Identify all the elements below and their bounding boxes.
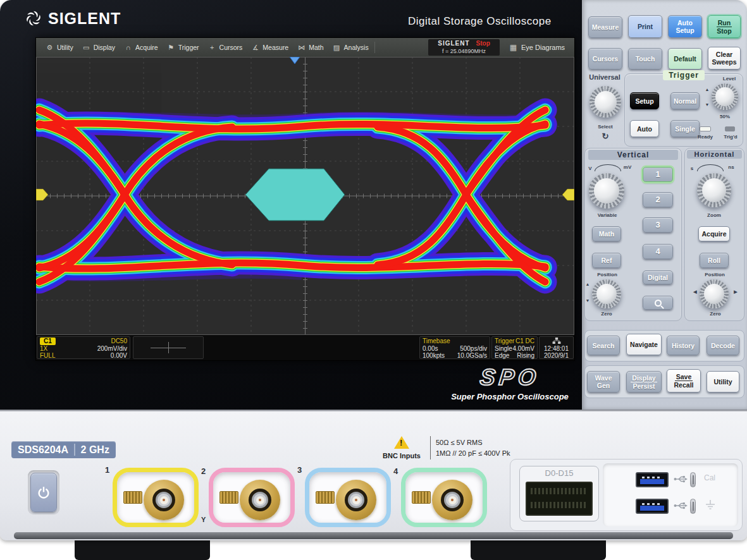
save-recall-button[interactable]: Save Recall xyxy=(667,369,701,393)
channel-1-number: 1 xyxy=(105,465,109,475)
search-button[interactable]: Search xyxy=(587,336,620,355)
roll-button[interactable]: Roll xyxy=(700,253,729,268)
zoom-search-button[interactable] xyxy=(643,296,673,310)
oscilloscope-device: SIGLENT Digital Storage Oscilloscope ⚙Ut… xyxy=(0,0,747,560)
timebase-delay: 0.00s xyxy=(423,345,438,353)
channel-coupling: DC50 xyxy=(111,338,127,345)
trigger-setup-button[interactable]: Setup xyxy=(630,92,659,109)
spo-tagline: Super Phosphor Oscilloscope xyxy=(443,392,577,401)
digital-button[interactable]: Digital xyxy=(643,271,673,284)
eye-mask-hexagon[interactable] xyxy=(245,169,345,221)
acquisition-status-box[interactable]: SIGLENT Stop f = 25.04890MHz xyxy=(428,39,500,56)
menu-item-utility[interactable]: ⚙Utility xyxy=(41,38,78,57)
timebase-memory: 100kpts xyxy=(423,352,445,360)
channel-4-bnc xyxy=(401,468,487,527)
bnc-contact-comb xyxy=(316,491,335,504)
trigd-label: Trig'd xyxy=(721,134,740,140)
clear-sweeps-button[interactable]: Clear Sweeps xyxy=(708,47,741,70)
clock-date: 2020/9/1 xyxy=(542,352,571,359)
control-panel: Measure Print Auto Setup Run Stop Cursor… xyxy=(582,0,747,410)
timebase-title: Timebase xyxy=(423,338,450,345)
level-label: Level xyxy=(719,76,740,82)
trigger-position-marker[interactable] xyxy=(290,57,300,64)
variable-label: Variable xyxy=(591,212,624,218)
save-label: Save xyxy=(675,373,693,381)
menu-item-cursors[interactable]: +Cursors xyxy=(204,38,247,57)
trigger-type: Edge xyxy=(495,352,509,360)
channel-1-bnc xyxy=(113,468,199,527)
trigger-status-box[interactable]: Trigger C1 DC Single 4.00mV Edge Rising xyxy=(491,336,538,359)
cursors-button[interactable]: Cursors xyxy=(588,48,622,70)
menu-item-trigger[interactable]: ⚑Trigger xyxy=(163,38,204,57)
channel-4-button[interactable]: 4 xyxy=(643,244,673,259)
vertical-scale-knob[interactable] xyxy=(589,173,624,209)
trigger-level-knob[interactable] xyxy=(712,83,738,110)
clock-time: 12:48:01 xyxy=(542,345,571,352)
eye-diagram-icon: ▦ xyxy=(509,43,517,52)
screen-bezel: SIGLENT Digital Storage Oscilloscope ⚙Ut… xyxy=(0,0,583,410)
vertical-position-knob[interactable] xyxy=(592,279,621,308)
menu-item-eye-diagrams[interactable]: ▦ Eye Diagrams xyxy=(509,38,565,57)
math-button[interactable]: Math xyxy=(592,226,621,241)
decode-button[interactable]: Decode xyxy=(707,336,739,355)
display-label: Display xyxy=(631,374,657,382)
display-persist-button[interactable]: Display Persist xyxy=(626,371,662,393)
menu-item-math[interactable]: ⋈Math xyxy=(293,38,328,57)
lcd-screen: ⚙Utility ▭Display ∩Acquire ⚑Trigger +Cur… xyxy=(36,38,574,360)
default-button[interactable]: Default xyxy=(668,48,702,70)
utility-button[interactable]: Utility xyxy=(707,371,739,393)
print-button[interactable]: Print xyxy=(628,15,662,38)
run-state-label: Stop xyxy=(476,40,490,47)
timebase-scale: 500ps/div xyxy=(460,345,487,353)
screw xyxy=(690,499,696,514)
auto-setup-button[interactable]: Auto Setup xyxy=(668,15,702,38)
usb-area: Cal xyxy=(603,463,738,527)
menu-item-display[interactable]: ▭Display xyxy=(78,38,120,57)
trigger-level-marker[interactable] xyxy=(562,189,574,200)
bnc-contact-comb xyxy=(412,491,431,504)
trigger-slope: Rising xyxy=(517,352,534,360)
trigger-normal-button[interactable]: Normal xyxy=(670,92,700,109)
menu-item-acquire[interactable]: ∩Acquire xyxy=(120,38,163,57)
channel1-status-box[interactable]: C1 DC50 1X 200mV/div FULL 0.00V xyxy=(37,336,130,359)
bnc-connector xyxy=(240,480,280,520)
menu-item-analysis[interactable]: ▨Analysis xyxy=(328,38,373,57)
clock-box[interactable]: 12:48:01 2020/9/1 xyxy=(539,336,574,359)
empty-trace-box[interactable] xyxy=(133,336,204,359)
power-button[interactable] xyxy=(30,473,57,512)
position-right-arrow: ▶ xyxy=(732,289,739,295)
horizontal-position-knob[interactable] xyxy=(700,279,729,308)
position-left-arrow: ◀ xyxy=(692,289,698,295)
product-title: Digital Storage Oscilloscope xyxy=(408,15,552,28)
timebase-status-box[interactable]: Timebase 0.00s 500ps/div 100kpts 10.0GSa… xyxy=(419,336,490,359)
trigger-auto-button[interactable]: Auto xyxy=(630,120,659,137)
menu-label: Eye Diagrams xyxy=(521,44,565,51)
model-number: SDS6204A xyxy=(18,444,68,456)
front-panel: SDS6204A 2 GHz BNC Inputs xyxy=(0,410,747,540)
navigate-button[interactable]: Navigate xyxy=(626,334,662,355)
spo-logo: SPO Super Phosphor Oscilloscope xyxy=(443,364,577,401)
channel-1-button[interactable]: 1 xyxy=(643,167,673,182)
seconds-label: s xyxy=(688,166,696,171)
level-down-arrow: ▼ xyxy=(704,102,710,107)
horizontal-scale-knob[interactable] xyxy=(697,173,731,207)
menu-label: Trigger xyxy=(178,44,199,51)
channel-scale: 200mV/div xyxy=(97,345,127,353)
channel-2-button[interactable]: 2 xyxy=(643,192,673,207)
channel-3-button[interactable]: 3 xyxy=(643,217,673,233)
warning-divider xyxy=(430,436,431,460)
history-button[interactable]: History xyxy=(667,336,700,355)
waveform-area[interactable] xyxy=(36,57,574,335)
acquire-button[interactable]: Acquire xyxy=(698,226,730,241)
wave-gen-button[interactable]: Wave Gen xyxy=(587,371,620,393)
channel1-ground-marker[interactable] xyxy=(36,189,48,200)
screw xyxy=(690,472,696,487)
measure-button[interactable]: Measure xyxy=(588,16,622,38)
ref-button[interactable]: Ref xyxy=(592,253,621,268)
run-stop-button[interactable]: Run Stop xyxy=(708,15,741,38)
trigger-frequency: f = 25.04890MHz xyxy=(442,47,486,55)
menu-item-measure[interactable]: ∡Measure xyxy=(247,38,293,57)
universal-knob[interactable] xyxy=(590,86,621,118)
touch-button[interactable]: Touch xyxy=(628,48,662,70)
eye-diagram-display xyxy=(36,57,574,335)
